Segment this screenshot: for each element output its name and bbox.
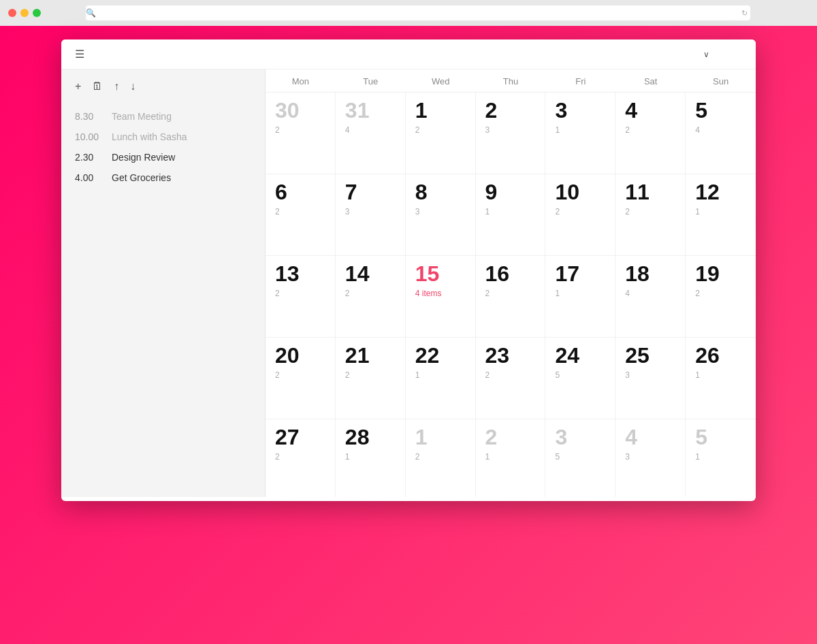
event-list: 8.30 Team Meeting 10.00 Lunch with Sasha… bbox=[75, 106, 251, 188]
cal-date: 4 bbox=[625, 99, 675, 121]
list-item[interactable]: 2.30 Design Review bbox=[75, 147, 251, 167]
calendar-cell[interactable]: 62 bbox=[266, 174, 336, 256]
scroll-down-button[interactable]: ↓ bbox=[130, 80, 135, 93]
calendar-cell[interactable]: 184 bbox=[615, 256, 686, 338]
scroll-up-button[interactable]: ↑ bbox=[114, 80, 119, 93]
calendar-cell[interactable]: 73 bbox=[336, 174, 406, 256]
calendar-cell[interactable]: 31 bbox=[545, 93, 615, 174]
calendar-cell[interactable]: 212 bbox=[336, 338, 406, 419]
cal-count: 2 bbox=[485, 289, 536, 298]
cal-date: 6 bbox=[275, 181, 325, 203]
cal-count: 3 bbox=[415, 207, 466, 216]
cal-count: 3 bbox=[345, 207, 396, 216]
new-tab-button[interactable] bbox=[795, 6, 809, 20]
calendar-cell[interactable]: 91 bbox=[476, 174, 546, 256]
calendar-cell[interactable]: 314 bbox=[336, 93, 406, 174]
cal-date: 3 bbox=[555, 99, 605, 121]
calendar-area: MonTueWedThuFriSatSun 302314122331425462… bbox=[266, 69, 756, 497]
calendar-cell[interactable]: 272 bbox=[266, 419, 336, 497]
calendar-cell[interactable]: 281 bbox=[336, 419, 406, 497]
calendar-cell[interactable]: 102 bbox=[545, 174, 615, 256]
maximize-dot[interactable] bbox=[33, 9, 41, 17]
cal-count: 2 bbox=[345, 370, 396, 380]
day-headers: MonTueWedThuFriSatSun bbox=[266, 69, 756, 93]
calendar-cell[interactable]: 253 bbox=[615, 338, 686, 419]
calendar-cell[interactable]: 221 bbox=[406, 338, 476, 419]
day-header: Sun bbox=[686, 76, 756, 86]
calendar-cell[interactable]: 202 bbox=[266, 338, 336, 419]
cal-date: 30 bbox=[275, 99, 325, 121]
list-item[interactable]: 4.00 Get Groceries bbox=[75, 167, 251, 188]
event-name: Design Review bbox=[112, 152, 175, 163]
cal-count: 2 bbox=[275, 125, 325, 135]
cal-date: 22 bbox=[415, 344, 466, 366]
calendar-cell[interactable]: 12 bbox=[406, 93, 476, 174]
cal-count: 1 bbox=[695, 452, 746, 462]
hamburger-menu[interactable]: ☰ bbox=[75, 48, 84, 61]
close-dot[interactable] bbox=[8, 9, 16, 17]
day-header: Sat bbox=[615, 76, 686, 86]
calendar-cell[interactable]: 192 bbox=[686, 256, 756, 338]
reload-icon[interactable]: ↻ bbox=[741, 9, 748, 18]
calendar-icon[interactable]: 🗓 bbox=[92, 80, 103, 93]
add-event-button[interactable]: + bbox=[75, 80, 81, 93]
cal-date: 10 bbox=[555, 181, 605, 203]
calendar-cell[interactable]: 162 bbox=[476, 256, 546, 338]
calendar-cell[interactable]: 23 bbox=[476, 93, 546, 174]
view-selector[interactable]: ∨ bbox=[699, 50, 709, 59]
calendar-cell[interactable]: 112 bbox=[615, 174, 686, 256]
calendar-cell[interactable]: 21 bbox=[476, 419, 546, 497]
cal-count: 1 bbox=[555, 289, 605, 298]
calendar-cell[interactable]: 132 bbox=[266, 256, 336, 338]
cal-date: 13 bbox=[275, 263, 325, 285]
calendar-cell[interactable]: 83 bbox=[406, 174, 476, 256]
calendar-cell[interactable]: 54 bbox=[686, 93, 756, 174]
cal-count: 2 bbox=[275, 289, 325, 298]
calendar-cell[interactable]: 35 bbox=[545, 419, 615, 497]
cal-date: 1 bbox=[415, 426, 466, 448]
calendar-cell[interactable]: 171 bbox=[545, 256, 615, 338]
cal-count: 2 bbox=[415, 125, 466, 135]
calendar-cell[interactable]: 142 bbox=[336, 256, 406, 338]
calendar-cell[interactable]: 12 bbox=[406, 419, 476, 497]
cal-count: 4 bbox=[625, 289, 675, 298]
browser-titlebar: 🔍 ↻ bbox=[8, 5, 809, 20]
calendar-cell[interactable]: 121 bbox=[686, 174, 756, 256]
cal-date: 2 bbox=[485, 99, 536, 121]
cal-date: 7 bbox=[345, 181, 396, 203]
event-time: 10.00 bbox=[75, 131, 102, 142]
event-time: 2.30 bbox=[75, 152, 102, 163]
cal-count: 1 bbox=[555, 125, 605, 135]
cal-date: 5 bbox=[695, 99, 746, 121]
cal-count: 2 bbox=[695, 289, 746, 298]
address-bar[interactable]: 🔍 ↻ bbox=[86, 5, 750, 20]
calendar-cell[interactable]: 245 bbox=[545, 338, 615, 419]
chevron-down-icon: ∨ bbox=[703, 50, 709, 59]
day-header: Tue bbox=[336, 76, 406, 86]
calendar-cell[interactable]: 302 bbox=[266, 93, 336, 174]
cal-date: 8 bbox=[415, 181, 466, 203]
cal-date: 26 bbox=[695, 344, 746, 366]
calendar-cell[interactable]: 43 bbox=[615, 419, 686, 497]
list-item[interactable]: 10.00 Lunch with Sasha bbox=[75, 127, 251, 147]
cal-count: 1 bbox=[695, 370, 746, 380]
minimize-dot[interactable] bbox=[20, 9, 29, 17]
cal-date: 2 bbox=[485, 426, 536, 448]
cal-date: 20 bbox=[275, 344, 325, 366]
cal-count: 1 bbox=[695, 207, 746, 216]
cal-date: 27 bbox=[275, 426, 325, 448]
cal-date: 12 bbox=[695, 181, 746, 203]
cal-date: 31 bbox=[345, 99, 396, 121]
calendar-cell[interactable]: 261 bbox=[686, 338, 756, 419]
cal-count: 2 bbox=[415, 452, 466, 462]
cal-count: 5 bbox=[555, 452, 605, 462]
day-header: Fri bbox=[545, 76, 615, 86]
cal-count: 2 bbox=[275, 207, 325, 216]
day-header: Thu bbox=[476, 76, 546, 86]
cal-date: 24 bbox=[555, 344, 605, 366]
calendar-cell[interactable]: 154 items bbox=[406, 256, 476, 338]
list-item[interactable]: 8.30 Team Meeting bbox=[75, 106, 251, 127]
calendar-cell[interactable]: 42 bbox=[615, 93, 686, 174]
calendar-cell[interactable]: 51 bbox=[686, 419, 756, 497]
calendar-cell[interactable]: 232 bbox=[476, 338, 546, 419]
